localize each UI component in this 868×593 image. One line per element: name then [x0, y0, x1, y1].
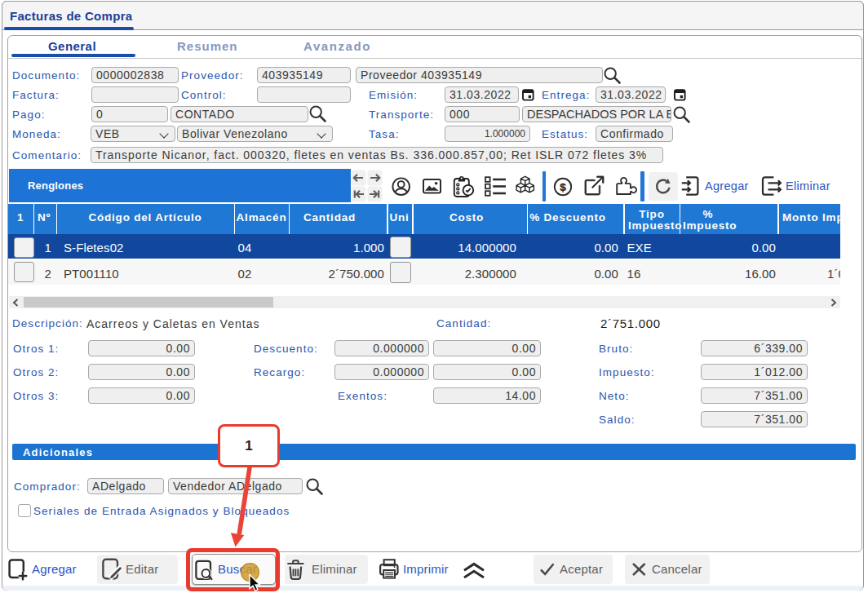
svg-text:$: $ — [560, 181, 566, 193]
